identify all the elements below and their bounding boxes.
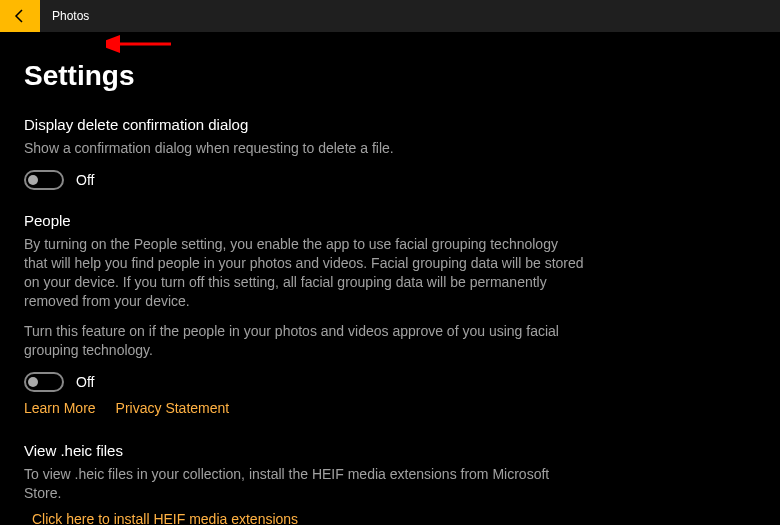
people-links: Learn More Privacy Statement (24, 400, 756, 416)
people-toggle[interactable] (24, 372, 64, 392)
delete-confirm-toggle-state: Off (76, 172, 94, 188)
app-title: Photos (52, 9, 89, 23)
learn-more-link[interactable]: Learn More (24, 400, 96, 416)
people-toggle-state: Off (76, 374, 94, 390)
delete-confirm-toggle[interactable] (24, 170, 64, 190)
arrow-left-icon (12, 8, 28, 24)
heic-title: View .heic files (24, 442, 756, 459)
settings-page: Settings Display delete confirmation dia… (0, 32, 780, 525)
delete-confirm-title: Display delete confirmation dialog (24, 116, 756, 133)
privacy-statement-link[interactable]: Privacy Statement (116, 400, 230, 416)
heic-desc: To view .heic files in your collection, … (24, 465, 584, 503)
page-title: Settings (24, 60, 756, 92)
red-arrow-annotation (106, 34, 176, 54)
title-bar: Photos (0, 0, 780, 32)
people-title: People (24, 212, 756, 229)
back-button[interactable] (0, 0, 40, 32)
heif-install-link[interactable]: Click here to install HEIF media extensi… (32, 511, 298, 525)
people-desc-1: By turning on the People setting, you en… (24, 235, 584, 311)
delete-confirm-desc: Show a confirmation dialog when requesti… (24, 139, 584, 158)
people-desc-2: Turn this feature on if the people in yo… (24, 322, 584, 360)
delete-confirm-toggle-row: Off (24, 170, 756, 190)
people-toggle-row: Off (24, 372, 756, 392)
